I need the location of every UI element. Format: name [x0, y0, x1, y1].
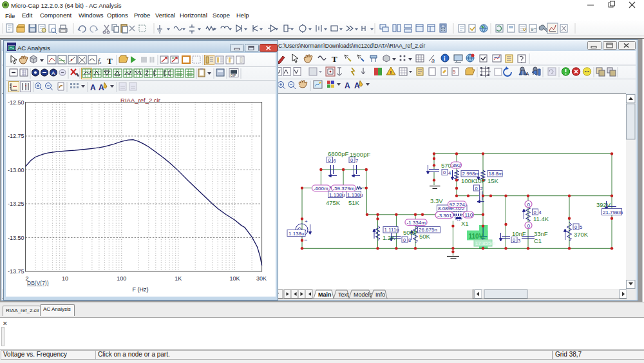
svg-text:i: i — [444, 55, 446, 62]
svg-text:-13.75: -13.75 — [8, 268, 24, 275]
svg-text:A: A — [52, 70, 55, 76]
svg-text:500P: 500P — [403, 229, 417, 236]
svg-text:3: 3 — [518, 238, 520, 244]
svg-text:0: 0 — [350, 157, 353, 163]
svg-text:X1: X1 — [461, 220, 469, 227]
svg-text:3.3V: 3.3V — [430, 197, 443, 204]
svg-text:T: T — [107, 56, 113, 66]
svg-text:1.138u: 1.138u — [347, 192, 363, 198]
svg-text:-13.25: -13.25 — [8, 201, 24, 207]
svg-text:Models: Models — [354, 291, 373, 298]
svg-text:-600m: -600m — [314, 186, 328, 191]
svg-text:51K: 51K — [348, 199, 360, 206]
svg-text:RIAA_ref_2.cir: RIAA_ref_2.cir — [120, 97, 160, 104]
svg-text:2: 2 — [480, 186, 483, 191]
svg-text:0: 0 — [574, 224, 577, 230]
svg-text:Text: Text — [338, 291, 349, 298]
svg-text:Main: Main — [318, 291, 332, 298]
svg-text:5: 5 — [453, 69, 456, 75]
svg-text:11.4K: 11.4K — [533, 215, 549, 222]
svg-text:17.855m: 17.855m — [475, 240, 495, 246]
svg-text:C1: C1 — [534, 237, 542, 244]
svg-text:GIF: GIF — [231, 74, 237, 77]
svg-text:1.138u: 1.138u — [329, 192, 345, 198]
svg-text:10P: 10P — [475, 177, 486, 184]
svg-text:2.998m: 2.998m — [462, 171, 480, 177]
svg-text:A: A — [345, 81, 350, 90]
svg-text:F (Hz): F (Hz) — [133, 286, 149, 293]
svg-text:5: 5 — [580, 224, 582, 230]
svg-text:4: 4 — [448, 170, 451, 176]
svg-text:A: A — [90, 83, 96, 92]
svg-text:10K: 10K — [230, 275, 240, 282]
svg-text:!: ! — [390, 70, 392, 75]
svg-text:1500pF: 1500pF — [350, 151, 370, 158]
svg-text:15K: 15K — [488, 177, 499, 184]
svg-text:1K: 1K — [175, 275, 182, 282]
svg-text:-12.75: -12.75 — [8, 133, 24, 139]
svg-text:21.798m: 21.798m — [603, 210, 623, 215]
svg-text:4: 4 — [539, 210, 542, 215]
svg-text:392: 392 — [452, 162, 461, 168]
svg-text:1.111u: 1.111u — [384, 227, 399, 233]
svg-text:33nF: 33nF — [534, 230, 548, 237]
svg-text:-3.301: -3.301 — [437, 213, 452, 219]
svg-text:110V: 110V — [469, 233, 484, 240]
svg-text:9=: 9= — [531, 26, 536, 32]
svg-text:Info: Info — [375, 291, 385, 298]
svg-text:30K: 30K — [256, 275, 267, 282]
svg-text:fₓ: fₓ — [98, 57, 102, 64]
svg-text:370K: 370K — [574, 231, 589, 238]
svg-text:18.8m: 18.8m — [489, 171, 504, 177]
svg-text:-1.334m: -1.334m — [407, 220, 426, 226]
svg-text:7: 7 — [355, 158, 358, 164]
svg-text:0: 0 — [443, 170, 446, 175]
svg-text:T: T — [332, 54, 337, 64]
svg-text:6800pF: 6800pF — [328, 150, 348, 157]
svg-text:110: 110 — [465, 212, 473, 218]
svg-text:-13.50: -13.50 — [8, 235, 24, 241]
svg-text:100: 100 — [117, 275, 126, 282]
svg-text:a: a — [431, 57, 435, 64]
svg-text:100K: 100K — [461, 177, 476, 184]
svg-text:-59.379m: -59.379m — [333, 186, 355, 191]
svg-text:1.2K: 1.2K — [383, 234, 395, 241]
svg-text:A: A — [526, 71, 529, 77]
svg-text:10nF: 10nF — [512, 230, 526, 237]
svg-text:0: 0 — [527, 202, 531, 208]
svg-text:0: 0 — [527, 223, 531, 229]
svg-text:1.138u: 1.138u — [289, 231, 304, 237]
svg-text:570: 570 — [441, 162, 451, 169]
svg-text:92.224: 92.224 — [450, 202, 466, 208]
svg-text:10: 10 — [62, 275, 68, 282]
svg-text:392V: 392V — [596, 201, 611, 208]
svg-text:−: − — [304, 237, 307, 243]
svg-text:50K: 50K — [419, 233, 431, 240]
svg-text:0: 0 — [534, 210, 536, 215]
svg-text:0: 0 — [513, 237, 515, 243]
svg-text:-13.00: -13.00 — [8, 167, 24, 173]
svg-text:475K: 475K — [326, 199, 341, 206]
svg-text:26.675n: 26.675n — [419, 227, 437, 233]
svg-text:0: 0 — [328, 157, 331, 163]
svg-text:0: 0 — [475, 186, 478, 191]
svg-text:6: 6 — [334, 158, 336, 164]
svg-text:8: 8 — [408, 237, 411, 243]
svg-text:0: 0 — [403, 237, 406, 243]
svg-text:-12.50: -12.50 — [8, 99, 24, 106]
svg-text:DB(V(7)): DB(V(7)) — [27, 280, 49, 286]
svg-text:+: + — [305, 219, 308, 224]
